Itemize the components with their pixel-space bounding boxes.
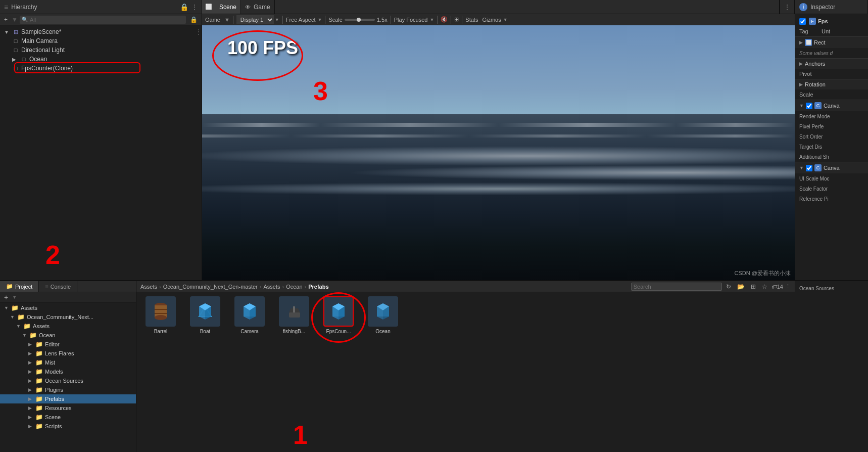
assets-root[interactable]: ▼ 📁 Assets (0, 303, 136, 312)
play-focused[interactable]: Play Focused (394, 17, 428, 23)
canvas-checkbox-1[interactable] (806, 103, 812, 109)
breadcrumb-assets2[interactable]: Assets (263, 284, 280, 290)
file-search-input[interactable] (631, 283, 722, 291)
aspect-arrow[interactable]: ▼ (317, 17, 322, 22)
ocean-folder[interactable]: ▼ 📁 Ocean (0, 331, 136, 340)
editor-folder[interactable]: ▶ 📁 Editor (0, 340, 136, 349)
hierarchy-item-fpscounter[interactable]: □ FpsCounter(Clone) (8, 64, 202, 73)
fishing-svg (284, 301, 304, 322)
grid-icon[interactable]: ⊞ (454, 16, 459, 23)
refresh-button[interactable]: ↻ (724, 282, 733, 291)
game-tab[interactable]: Game (254, 4, 270, 11)
assets-subfolder[interactable]: ▼ 📁 Assets (0, 322, 136, 331)
scene-root[interactable]: ▼ ⊞ SampleScene* ⋮ (0, 27, 202, 36)
ui-scale-label: UI Scale Moc (799, 176, 829, 182)
file-item-ocean[interactable]: Ocean (363, 296, 403, 334)
file-item-boat[interactable]: Boat (185, 296, 225, 334)
canvas-checkbox-2[interactable] (806, 165, 812, 171)
ocean-label: Ocean (39, 332, 55, 338)
scripts-folder[interactable]: ▶ 📁 Scripts (0, 422, 136, 431)
cube-icon-fps: □ (12, 65, 19, 72)
rect-value: Some values d (799, 51, 833, 56)
hierarchy-lock-icon[interactable]: 🔒 (180, 3, 188, 11)
scene-tab-icon: ⬜ (202, 4, 215, 10)
annotation-3: 3 (313, 76, 328, 106)
hierarchy-more-icon[interactable]: ⋮ (191, 4, 198, 11)
scale-slider[interactable] (345, 19, 375, 21)
mute-icon[interactable]: 🔇 (441, 16, 448, 23)
assets-sub-arrow: ▼ (16, 324, 21, 329)
gizmos-arrow[interactable]: ▼ (503, 17, 508, 22)
file-item-fpscounter[interactable]: FpsCoun... (318, 296, 359, 334)
breadcrumb-ocean-community[interactable]: Ocean_Community_Next_Gen-master (163, 284, 258, 290)
inspector-bottom: Ocean Sources (795, 281, 868, 452)
gizmos-label[interactable]: Gizmos (482, 17, 501, 23)
project-panel: 📁 Project ≡ Console + ▼ ▼ 📁 Assets ▼ 📁 (0, 281, 136, 452)
plugins-icon: 📁 (35, 386, 43, 393)
canvas-section-2[interactable]: ▼ C Canva (795, 162, 868, 173)
assets-sub-label: Assets (33, 323, 50, 329)
scene-tab[interactable]: Scene (215, 4, 240, 11)
play-arrow[interactable]: ▼ (429, 17, 434, 22)
star-button[interactable]: ☆ (760, 282, 769, 291)
scripts-arrow: ▶ (28, 424, 33, 429)
cube-icon-light: □ (12, 47, 19, 54)
hierarchy-item-main-camera[interactable]: □ Main Camera (8, 36, 202, 46)
hierarchy-item-directional-light[interactable]: □ Directional Light (8, 46, 202, 55)
top-bar: ≡ Hierarchy 🔒 ⋮ ⬜ Scene 👁 Game ⋮ i Inspe… (0, 0, 868, 14)
console-tab[interactable]: ≡ Console (39, 281, 77, 292)
inspector-panel: F Fps Tag Unt ▶ ⬜ Rect Some values d ▶ A… (795, 14, 868, 280)
project-tab[interactable]: 📁 Project (0, 281, 39, 292)
folder-button[interactable]: 📂 (735, 282, 747, 291)
file-item-barrel[interactable]: Barrel (140, 296, 181, 334)
scripts-label: Scripts (45, 423, 62, 429)
component-checkbox[interactable] (799, 18, 806, 25)
file-item-camera[interactable]: Camera (229, 296, 270, 334)
display-select[interactable]: Display 1 (236, 15, 274, 24)
plugins-arrow: ▶ (28, 387, 33, 392)
search-icon: 🔍 (22, 17, 28, 22)
more-icon[interactable]: ⋮ (784, 4, 790, 11)
filter-button[interactable]: ⊞ (749, 282, 758, 291)
add-button[interactable]: + (2, 15, 10, 24)
plugins-folder[interactable]: ▶ 📁 Plugins (0, 385, 136, 394)
bottom-area: 📁 Project ≡ Console + ▼ ▼ 📁 Assets ▼ 📁 (0, 280, 868, 452)
ocean-cube-svg (373, 301, 393, 322)
fpscounter-icon-bg (323, 296, 354, 327)
prefabs-folder-selected[interactable]: ▶ 📁 Prefabs (0, 394, 136, 403)
canvas-section-1[interactable]: ▼ C Canva (795, 100, 868, 111)
tag-label: Tag (799, 28, 819, 34)
scene-more[interactable]: ⋮ (196, 28, 202, 35)
ocean-community-icon: 📁 (17, 313, 25, 321)
stats-label[interactable]: Stats (465, 17, 478, 23)
mist-folder[interactable]: ▶ 📁 Mist (0, 358, 136, 367)
file-item-fishing[interactable]: fishingB... (274, 296, 314, 334)
breadcrumb-ocean[interactable]: Ocean (286, 284, 302, 290)
wave-layer-2 (321, 164, 795, 181)
rotation-section[interactable]: ▶ Rotation (795, 79, 868, 89)
ocean-sources-folder[interactable]: ▶ 📁 Ocean Sources (0, 376, 136, 385)
ocean-community-label: Ocean_Community_Next... (27, 314, 93, 320)
breadcrumb-prefabs[interactable]: Prefabs (308, 284, 328, 290)
anchors-label: Anchors (805, 61, 825, 67)
ocean-community-folder[interactable]: ▼ 📁 Ocean_Community_Next... (0, 312, 136, 322)
scene-folder[interactable]: ▶ 📁 Scene (0, 413, 136, 422)
annotation-1: 1 (293, 420, 308, 450)
models-folder[interactable]: ▶ 📁 Models (0, 367, 136, 376)
lensflares-folder[interactable]: ▶ 📁 Lens Flares (0, 349, 136, 358)
more-options-icon[interactable]: ⋮ (785, 283, 791, 290)
breadcrumb-assets[interactable]: Assets (140, 284, 157, 290)
resources-folder[interactable]: ▶ 📁 Resources (0, 403, 136, 413)
sep3: › (282, 284, 284, 290)
ocean-sources-arrow: ▶ (28, 378, 33, 383)
add-folder-button[interactable]: + (2, 292, 10, 302)
rect-section[interactable]: ▶ ⬜ Rect (795, 36, 868, 48)
anchors-section[interactable]: ▶ Anchors (795, 58, 868, 69)
scene-label2: Scene (45, 414, 61, 420)
editor-label: Editor (45, 341, 60, 347)
reference-pi-row: Reference Pi (795, 194, 868, 204)
hierarchy-item-ocean[interactable]: ▶ □ Ocean (8, 55, 202, 64)
scale-row: Scale (795, 89, 868, 100)
lock-icon[interactable]: 🔒 (188, 15, 200, 24)
models-label: Models (45, 369, 63, 375)
